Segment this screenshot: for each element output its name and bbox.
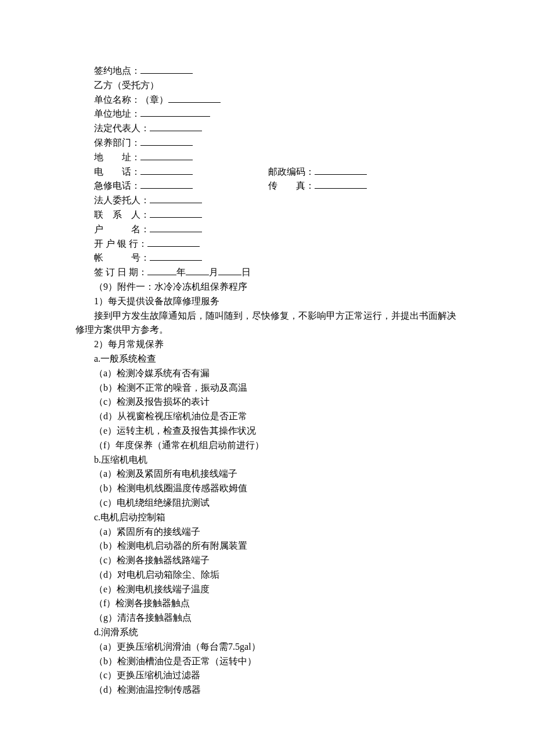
section-c-item: （d）对电机启动箱除尘、除垢 — [75, 568, 459, 582]
account-name-blank — [150, 222, 202, 232]
maintenance-dept-line: 保养部门： — [75, 136, 459, 150]
sign-date-label: 签 订 日 期： — [94, 267, 147, 277]
section-d-item: （a）更换压缩机润滑油（每台需7.5gal） — [75, 640, 459, 654]
section-c-title: c.电机启动控制箱 — [75, 510, 459, 525]
contact-blank — [150, 208, 202, 218]
postal-code-blank — [315, 165, 367, 175]
month-blank — [186, 265, 209, 275]
section-d-item: （d）检测油温控制传感器 — [75, 683, 459, 697]
section-c-item: （g）清洁各接触器触点 — [75, 611, 459, 625]
document-page: 签约地点： 乙方（受托方） 单位名称：（章） 单位地址： 法定代表人： 保养部门… — [0, 0, 534, 756]
section-c-item: （b）检测电机启动器的所有附属装置 — [75, 539, 459, 553]
month-text: 月 — [209, 267, 218, 277]
appendix-item1-desc: 接到甲方发生故障通知后，随叫随到，尽快修复，不影响甲方正常运行，并提出书面解决修… — [75, 309, 459, 338]
account-number-line: 帐 号： — [75, 251, 459, 265]
sign-location-blank — [140, 64, 193, 74]
section-b-item: （c）电机绕组绝缘阻抗测试 — [75, 496, 459, 510]
section-a-title: a.一般系统检查 — [75, 352, 459, 366]
contact-line: 联 系 人： — [75, 208, 459, 222]
bank-label: 开 户 银 行： — [94, 239, 147, 249]
section-d-title: d.润滑系统 — [75, 625, 459, 640]
postal-code-label: 邮政编码： — [268, 167, 315, 177]
maintenance-dept-blank — [140, 136, 193, 146]
day-blank — [218, 265, 241, 275]
section-b-title: b.压缩机电机 — [75, 453, 459, 467]
address-blank — [140, 150, 193, 160]
appendix-title: （9）附件一：水冷冷冻机组保养程序 — [75, 280, 459, 294]
appendix-item1: 1）每天提供设备故障修理服务 — [75, 294, 459, 309]
section-a-item: （c）检测及报告损坏的表计 — [75, 395, 459, 409]
contact-label: 联 系 人： — [94, 210, 150, 219]
legal-rep-blank — [150, 121, 202, 131]
section-c-item: （f）检测各接触器触点 — [75, 596, 459, 611]
bank-line: 开 户 银 行： — [75, 237, 459, 251]
address-label: 地 址： — [94, 152, 140, 162]
account-number-blank — [150, 251, 202, 261]
urgent-phone-label: 急修电话： — [94, 181, 140, 190]
section-d-item: （c）更换压缩机油过滤器 — [75, 668, 459, 683]
unit-name-label: 单位名称：（章） — [94, 95, 168, 105]
section-d-item: （b）检测油槽油位是否正常（运转中） — [75, 654, 459, 669]
maintenance-dept-label: 保养部门： — [94, 138, 140, 147]
section-c-item: （c）检测各接触器线路端子 — [75, 553, 459, 568]
day-text: 日 — [241, 267, 251, 277]
section-b-item: （a）检测及紧固所有电机接线端子 — [75, 467, 459, 481]
phone-postal-row: 电 话： 邮政编码： — [75, 165, 459, 179]
appendix-item2: 2）每月常规保养 — [75, 337, 459, 352]
unit-name-blank — [168, 93, 221, 103]
account-name-label: 户 名： — [94, 224, 150, 234]
bank-blank — [147, 237, 200, 247]
address-line: 地 址： — [75, 150, 459, 165]
section-a-item: （e）运转主机，检查及报告其操作状况 — [75, 424, 459, 438]
legal-entrustee-line: 法人委托人： — [75, 193, 459, 208]
unit-name-line: 单位名称：（章） — [75, 93, 459, 107]
phone-blank — [140, 165, 193, 175]
section-a-item: （f）年度保养（通常在机组启动前进行） — [75, 438, 459, 453]
party-b-label: 乙方（受托方） — [94, 80, 159, 90]
unit-address-blank — [140, 107, 210, 117]
fax-blank — [315, 179, 367, 189]
sign-location-label: 签约地点： — [94, 66, 140, 75]
unit-address-label: 单位地址： — [94, 109, 140, 118]
legal-entrustee-label: 法人委托人： — [94, 195, 150, 205]
legal-entrustee-blank — [150, 193, 202, 203]
year-blank — [147, 265, 176, 275]
party-b-line: 乙方（受托方） — [75, 78, 459, 93]
sign-date-line: 签 订 日 期：年月日 — [75, 265, 459, 280]
section-a-item: （a）检测冷媒系统有否有漏 — [75, 366, 459, 381]
account-number-label: 帐 号： — [94, 253, 150, 262]
phone-label: 电 话： — [94, 167, 140, 177]
section-c-item: （e）检测电机接线端子温度 — [75, 582, 459, 597]
section-c-item: （a）紧固所有的接线端子 — [75, 525, 459, 539]
unit-address-line: 单位地址： — [75, 107, 459, 121]
year-text: 年 — [176, 267, 186, 277]
section-a-item: （b）检测不正常的噪音，振动及高温 — [75, 381, 459, 395]
section-a-item: （d）从视窗检视压缩机油位是否正常 — [75, 409, 459, 424]
sign-location-line: 签约地点： — [75, 64, 459, 78]
account-name-line: 户 名： — [75, 222, 459, 237]
legal-rep-label: 法定代表人： — [94, 123, 150, 133]
section-b-item: （b）检测电机线圈温度传感器欧姆值 — [75, 481, 459, 496]
urgent-phone-blank — [140, 179, 193, 189]
urgent-fax-row: 急修电话： 传 真： — [75, 179, 459, 193]
fax-label: 传 真： — [268, 181, 315, 190]
legal-rep-line: 法定代表人： — [75, 121, 459, 136]
